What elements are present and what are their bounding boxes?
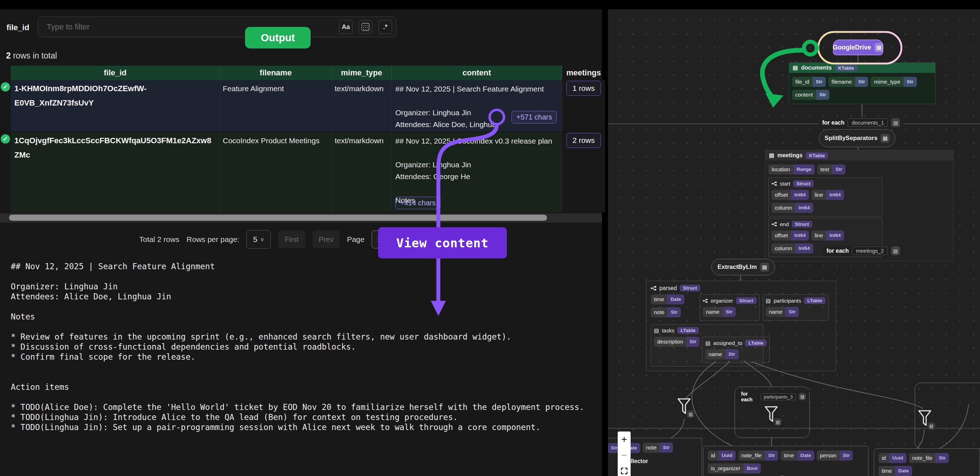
regex-icon[interactable]: .*	[379, 20, 392, 34]
field-chip[interactable]: note_fileStr	[909, 453, 949, 463]
group-name: start	[780, 180, 790, 187]
header-file-id[interactable]: file_id	[11, 66, 220, 80]
row-count: 2	[6, 51, 11, 60]
horizontal-scrollbar[interactable]	[0, 213, 602, 222]
field-list: is_organizerBool	[708, 462, 864, 475]
more-chars-button[interactable]: +571 chars	[512, 111, 557, 123]
rows-per-page-label: Rows per page:	[186, 235, 239, 244]
field-chip[interactable]: columnInt64	[772, 203, 813, 213]
rows-per-page-select[interactable]: 5∨	[247, 230, 271, 249]
table-row[interactable]: ✓ 1CqOjvgfFec3kLccSccFBCKWfqaU5O3FM1e2AZ…	[0, 132, 605, 212]
field-chip[interactable]: mime_typeStr	[870, 77, 916, 87]
field-list: timeDatenoteStr	[651, 293, 700, 319]
node-google-drive[interactable]: GoogleDrive ▤	[833, 40, 883, 55]
group-name: parsed	[659, 285, 677, 291]
table-icon: ▤	[654, 327, 659, 334]
collector-node-right[interactable]: idUuidnote_fileStrtimeDate descriptionSt…	[874, 448, 980, 476]
field-chip[interactable]: idUuid	[878, 453, 907, 463]
organizer-group[interactable]: organizer Struct nameStr	[700, 294, 760, 321]
ktable-badge: KTable	[806, 152, 828, 159]
field-chip[interactable]: textStr	[817, 165, 845, 174]
node-name: meetings	[777, 152, 802, 159]
scrollbar-thumb[interactable]	[9, 215, 547, 221]
field-chip[interactable]: noteStr	[651, 307, 681, 317]
flow-graph-canvas[interactable]: GoogleDrive ▤ ▤ documents KTable file_id…	[608, 10, 980, 476]
output-annotation-badge[interactable]: Output	[245, 27, 311, 48]
field-chip[interactable]: noteStr	[643, 442, 673, 453]
more-chars-button[interactable]: +414 chars	[395, 197, 441, 209]
match-case-icon[interactable]: Aa	[339, 20, 353, 34]
fullscreen-button[interactable]	[618, 463, 631, 476]
field-list: nameStr	[705, 348, 767, 361]
table-icon: ▤	[793, 65, 798, 71]
node-split-by-separators[interactable]: SplitBySeparators ▤	[819, 129, 895, 147]
header-filename[interactable]: filename	[220, 66, 332, 80]
collector-label: collector	[624, 458, 697, 465]
field-chip[interactable]: lineInt64	[811, 230, 844, 241]
meetings-rows-button[interactable]: 2 rows	[566, 133, 601, 148]
tasks-group[interactable]: ▤ tasks LTable descriptionStr ▤ assigned…	[651, 324, 763, 366]
row-count-summary: 2 rows in total	[6, 51, 57, 61]
foreach-scope[interactable]: meetings_2	[852, 247, 888, 255]
node-extract-by-llm[interactable]: ExtractByLlm ▤	[711, 259, 775, 275]
whole-word-icon[interactable]	[359, 20, 372, 34]
header-mime-type[interactable]: mime_type	[332, 66, 392, 80]
cell-filename: CocoIndex Product Meetings	[220, 132, 332, 212]
zoom-in-button[interactable]: +	[618, 431, 631, 447]
meetings-rows-button[interactable]: 1 rows	[566, 81, 601, 96]
foreach-scope[interactable]: participants_3	[761, 393, 795, 400]
header-meetings[interactable]: meetings	[562, 66, 605, 80]
field-chip[interactable]: idUuid	[708, 450, 736, 460]
struct-start-group[interactable]: start Struct offsetInt64lineInt64columnI…	[768, 177, 883, 216]
group-name: end	[780, 221, 789, 227]
field-chip[interactable]: nameStr	[703, 307, 736, 317]
node-label: SplitBySeparators	[825, 135, 877, 142]
zoom-out-button[interactable]: −	[618, 447, 631, 463]
node-meetings[interactable]: ▤ meetings KTable locationRangetextStr s…	[765, 150, 953, 261]
field-chip[interactable]: is_organizerBool	[708, 463, 761, 473]
foreach-subflow-right[interactable]: ▤	[915, 383, 980, 449]
cell-content: ## Nov 12, 2025 | CocoIndex v0.3 release…	[392, 132, 562, 206]
table-row[interactable]: ✓ 1-KHMOInm8rpMDDIOh7OcZEwfW-E0VB_XnfZN7…	[0, 80, 605, 132]
field-chip[interactable]: nameStr	[766, 307, 799, 317]
filter-icon[interactable]: ▤	[677, 398, 691, 418]
field-chip[interactable]: columnInt64	[772, 243, 813, 254]
filter-icon[interactable]: ▤	[918, 410, 932, 430]
field-chip[interactable]: personStr	[817, 450, 853, 460]
first-page-button[interactable]: First	[278, 230, 305, 248]
field-chip[interactable]: contentStr	[792, 90, 829, 100]
struct-badge: Struct	[680, 285, 700, 291]
field-list: descriptionStr	[654, 335, 702, 348]
foreach-participants-subflow[interactable]: for each participants_3 ▤ ▤	[735, 387, 810, 438]
field-chip[interactable]: descriptionStr	[654, 337, 700, 347]
header-content[interactable]: content	[392, 66, 562, 80]
filter-icon[interactable]: ▤	[764, 406, 778, 426]
field-chip[interactable]: offsetInt64	[772, 230, 809, 241]
field-chip[interactable]: note_fileStr	[738, 450, 778, 460]
field-chip[interactable]: filenameStr	[828, 77, 868, 87]
foreach-participants-label[interactable]: for each participants_3 ▤	[738, 390, 809, 404]
foreach-scope[interactable]: documents_1	[848, 118, 888, 127]
field-list: file_idStrfilenameStrmime_typeStrcontent…	[789, 73, 935, 104]
node-documents[interactable]: ▤ documents KTable file_idStrfilenameStr…	[789, 62, 935, 104]
field-chip[interactable]: locationRange	[768, 165, 815, 174]
field-chip[interactable]: lineInt64	[811, 190, 844, 200]
foreach-keyword: for each	[822, 120, 845, 126]
collector-node-middle[interactable]: idUuidnote_fileStrtimeDatepersonStr is_o…	[703, 446, 869, 476]
foreach-documents-label[interactable]: for each documents_1 ▤	[819, 117, 903, 128]
struct-icon	[703, 298, 708, 303]
prev-page-button[interactable]: Prev	[312, 230, 340, 248]
field-chip[interactable]: file_idStr	[792, 77, 826, 87]
field-chip[interactable]: timeDate	[781, 450, 814, 460]
field-chip[interactable]: nameStr	[705, 349, 738, 359]
participants-group[interactable]: ▤ participants LTable nameStr	[763, 294, 829, 321]
field-chip[interactable]: timeDate	[651, 294, 684, 304]
field-chip[interactable]: timeDate	[878, 466, 912, 476]
node-parsed-struct[interactable]: parsed Struct timeDatenoteStr organizer …	[646, 281, 836, 371]
assigned-to-group[interactable]: ▤ assigned_to LTable nameStr	[702, 337, 770, 363]
field-chip[interactable]: offsetInt64	[772, 190, 809, 200]
view-content-annotation-badge[interactable]: View content	[378, 227, 507, 259]
foreach-meetings-label[interactable]: for each meetings_2 ▤	[823, 245, 903, 256]
group-name: assigned_to	[713, 340, 743, 346]
field-list: nameStr	[766, 305, 826, 318]
